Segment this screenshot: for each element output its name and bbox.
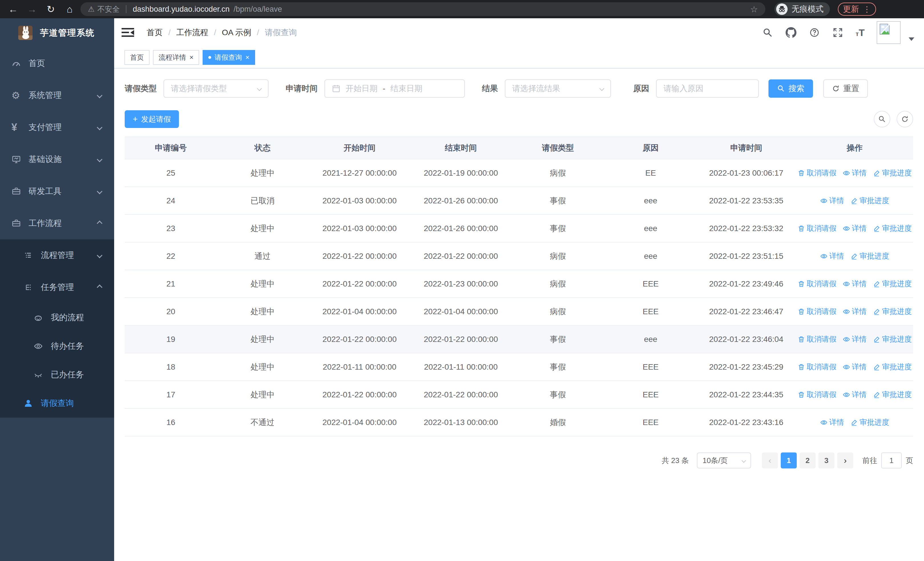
browser-reload-button[interactable]: ↻ (43, 3, 59, 15)
search-icon[interactable] (762, 27, 773, 38)
sidebar-item-leave-query[interactable]: 请假查询 (0, 389, 114, 418)
approval-progress-link[interactable]: 审批进度 (873, 223, 912, 233)
breadcrumb-workflow[interactable]: 工作流程 (176, 27, 208, 38)
site-security-indicator[interactable]: ⚠ 不安全 (88, 4, 120, 14)
detail-link[interactable]: 详情 (843, 223, 867, 233)
detail-link[interactable]: 详情 (843, 279, 867, 289)
bookmark-star-icon[interactable]: ☆ (750, 4, 758, 14)
sidebar-item-process-mgmt[interactable]: 流程管理 (0, 239, 114, 271)
approval-progress-link[interactable]: 审批进度 (873, 307, 912, 316)
approval-progress-link[interactable]: 审批进度 (850, 196, 889, 206)
date-range-picker[interactable]: 开始日期 - 结束日期 (324, 80, 465, 98)
tab-home[interactable]: 首页 (124, 50, 150, 65)
leave-type-select[interactable]: 请选择请假类型 (164, 80, 268, 98)
create-leave-button[interactable]: + 发起请假 (125, 110, 179, 128)
browser-menu-icon[interactable]: ⋮ (863, 5, 871, 14)
sidebar-item-task-mgmt[interactable]: 任务管理 (0, 271, 114, 303)
browser-update-button[interactable]: 更新 ⋮ (838, 3, 876, 16)
cell-start: 2022-01-04 00:00:00 (308, 307, 411, 316)
sidebar-item-label: 请假查询 (41, 398, 74, 409)
browser-forward-button[interactable]: → (24, 4, 40, 15)
approval-progress-link[interactable]: 审批进度 (850, 251, 889, 261)
sidebar-item-home[interactable]: 首页 (0, 47, 114, 80)
result-select[interactable]: 请选择流结果 (505, 80, 611, 98)
progress-label: 审批进度 (882, 334, 912, 344)
progress-label: 审批进度 (882, 390, 912, 400)
filter-time-label: 申请时间 (286, 83, 318, 94)
avatar-caret-icon[interactable] (909, 38, 914, 41)
sidebar-item-label: 系统管理 (28, 90, 62, 101)
browser-home-button[interactable]: ⌂ (62, 4, 78, 15)
sidebar-item-todo-tasks[interactable]: 待办任务 (0, 332, 114, 361)
tab-leave-query[interactable]: 请假查询 × (202, 50, 255, 65)
cancel-leave-link[interactable]: 取消请假 (798, 362, 836, 372)
next-page-button[interactable]: › (837, 453, 853, 468)
close-icon[interactable]: × (189, 53, 194, 62)
detail-link[interactable]: 详情 (843, 390, 867, 400)
fullscreen-icon[interactable] (832, 27, 843, 38)
tab-process-detail[interactable]: 流程详情 × (153, 50, 199, 65)
sidebar-item-my-process[interactable]: 我的流程 (0, 303, 114, 332)
reason-input[interactable]: 请输入原因 (656, 80, 759, 98)
sidebar-collapse-icon[interactable] (122, 28, 134, 38)
tab-label: 首页 (130, 53, 144, 62)
cancel-leave-link[interactable]: 取消请假 (798, 334, 836, 344)
browser-back-button[interactable]: ← (5, 4, 21, 15)
address-bar[interactable]: ⚠ 不安全 dashboard.yudao.iocoder.cn/bpm/oa/… (81, 2, 765, 16)
sidebar-item-infrastructure[interactable]: 基础设施 (0, 143, 114, 175)
close-icon[interactable]: × (245, 53, 249, 62)
page-button-2[interactable]: 2 (800, 453, 816, 468)
row-actions: 取消请假 详情 审批进度 (798, 168, 912, 178)
breadcrumb: 首页 / 工作流程 / OA 示例 / 请假查询 (147, 27, 297, 38)
refresh-button[interactable] (897, 111, 913, 127)
cancel-leave-link[interactable]: 取消请假 (798, 279, 836, 289)
sidebar-item-devtools[interactable]: 研发工具 (0, 175, 114, 208)
approval-progress-link[interactable]: 审批进度 (873, 334, 912, 344)
breadcrumb-home[interactable]: 首页 (147, 27, 163, 38)
page-size-select[interactable]: 10条/页 (697, 453, 751, 468)
approval-progress-link[interactable]: 审批进度 (873, 168, 912, 178)
detail-link[interactable]: 详情 (843, 168, 867, 178)
cancel-label: 取消请假 (807, 223, 836, 233)
detail-link[interactable]: 详情 (843, 362, 867, 372)
goto-page-input[interactable]: 1 (881, 453, 902, 468)
eye-icon (843, 280, 850, 288)
github-icon[interactable] (785, 27, 797, 38)
detail-link[interactable]: 详情 (843, 307, 867, 316)
yen-icon: ¥ (11, 122, 28, 133)
detail-link[interactable]: 详情 (843, 334, 867, 344)
table-row: 20 处理中 2022-01-04 00:00:00 2022-01-04 00… (125, 298, 913, 326)
chevron-up-icon (97, 284, 102, 290)
plus-icon: + (133, 114, 138, 124)
search-button[interactable]: 搜索 (768, 80, 813, 98)
detail-link[interactable]: 详情 (820, 417, 844, 427)
page-button-3[interactable]: 3 (818, 453, 834, 468)
cancel-leave-link[interactable]: 取消请假 (798, 223, 836, 233)
prev-page-button[interactable]: ‹ (762, 453, 778, 468)
sidebar-item-payment[interactable]: ¥ 支付管理 (0, 111, 114, 143)
reset-button[interactable]: 重置 (823, 80, 868, 98)
font-size-icon[interactable]: тT (855, 27, 865, 38)
approval-progress-link[interactable]: 审批进度 (850, 417, 889, 427)
show-search-button[interactable] (874, 111, 890, 127)
cancel-leave-link[interactable]: 取消请假 (798, 307, 836, 316)
page-button-1[interactable]: 1 (781, 453, 797, 468)
sidebar-item-workflow[interactable]: 工作流程 (0, 208, 114, 239)
cancel-leave-link[interactable]: 取消请假 (798, 390, 836, 400)
sidebar-item-label: 首页 (28, 58, 45, 69)
app-logo-row[interactable]: 芋道管理系统 (0, 18, 114, 47)
approval-progress-link[interactable]: 审批进度 (873, 279, 912, 289)
approval-progress-link[interactable]: 审批进度 (873, 390, 912, 400)
detail-link[interactable]: 详情 (820, 251, 844, 261)
sidebar-item-done-tasks[interactable]: 已办任务 (0, 361, 114, 389)
cancel-leave-link[interactable]: 取消请假 (798, 168, 836, 178)
sidebar-item-system[interactable]: ⚙ 系统管理 (0, 80, 114, 111)
detail-link[interactable]: 详情 (820, 196, 844, 206)
filter-result-label: 结果 (482, 83, 498, 94)
approval-progress-link[interactable]: 审批进度 (873, 362, 912, 372)
breadcrumb-oa-example[interactable]: OA 示例 (222, 27, 251, 38)
avatar[interactable] (877, 21, 901, 44)
progress-label: 审批进度 (860, 196, 889, 206)
cell-reason: eee (605, 196, 696, 205)
help-icon[interactable] (809, 27, 820, 38)
